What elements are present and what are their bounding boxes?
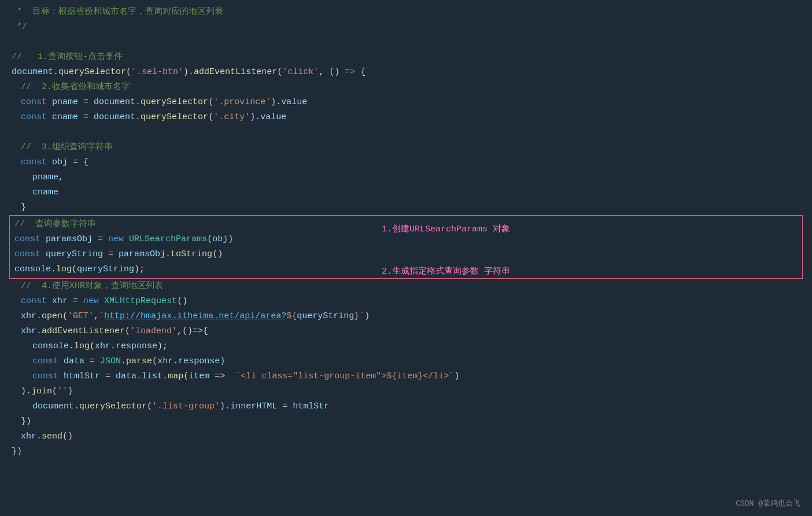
code-line: const obj = { [0, 155, 812, 170]
code-line: const xhr = new XMLHttpRequest() [0, 294, 812, 309]
annotation-2: 2.生成指定格式查询参数 字符串 [382, 265, 510, 279]
code-line: const data = JSON.parse(xhr.response) [0, 354, 812, 369]
code-line: // 3.组织查询字符串 [0, 140, 812, 155]
code-line: cname [0, 185, 812, 200]
watermark: CSDN @菜鸡也会飞 [736, 498, 800, 510]
code-line: */ [0, 20, 812, 35]
code-line: console.log(xhr.response); [0, 339, 812, 354]
code-line: // 4.使用XHR对象，查询地区列表 [0, 279, 812, 294]
code-line: xhr.send() [0, 429, 812, 444]
code-line [0, 125, 812, 140]
code-line: }) [0, 414, 812, 429]
code-line: document.querySelector('.list-group').in… [0, 399, 812, 414]
code-line: // 2.收集省份和城市名字 [0, 80, 812, 95]
code-line: } [0, 200, 812, 215]
code-line: xhr.addEventListener('loadend',()=>{ [0, 324, 812, 339]
code-line: document.querySelector('.sel-btn').addEv… [0, 65, 812, 80]
code-line [0, 35, 812, 50]
code-line: // 1.查询按钮-点击事件 [0, 50, 812, 65]
code-line: pname, [0, 170, 812, 185]
code-line: * 目标：根据省份和城市名字，查询对应的地区列表 [0, 5, 812, 20]
code-line: const cname = document.querySelector('.c… [0, 110, 812, 125]
code-line: const queryString = paramsObj.toString() [10, 247, 802, 262]
annotation-1: 1.创建URLSearchParams 对象 [382, 223, 510, 237]
code-line: xhr.open('GET',`http://hmajax.itheima.ne… [0, 309, 812, 324]
code-line: }) [0, 444, 812, 459]
code-line: ).join('') [0, 384, 812, 399]
code-line: const htmlStr = data.list.map(item => `<… [0, 369, 812, 384]
code-line: const pname = document.querySelector('.p… [0, 95, 812, 110]
code-editor: * 目标：根据省份和城市名字，查询对应的地区列表 */ // 1.查询按钮-点击… [0, 0, 812, 516]
